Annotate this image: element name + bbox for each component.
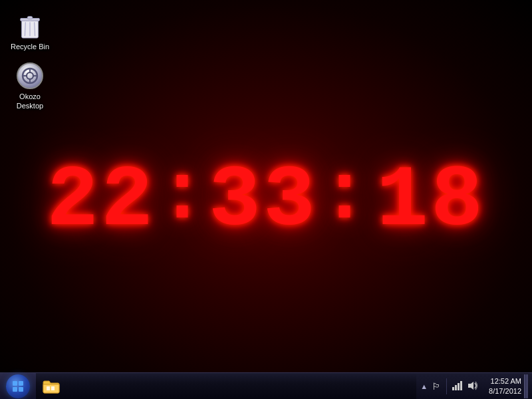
show-desktop-button[interactable] [524,374,528,398]
start-button[interactable] [0,373,36,400]
svg-rect-13 [19,381,23,386]
okozo-desktop-icon[interactable]: Okozo Desktop [6,60,54,114]
okozo-desktop-image [17,63,43,89]
clock-hours: 22 [47,158,156,245]
svg-rect-15 [19,387,23,392]
svg-rect-16 [47,386,50,390]
system-tray-clock[interactable]: 12:52 AM 8/17/2012 [489,376,521,397]
svg-rect-18 [452,387,454,390]
tray-icons-group: 🏳 [430,378,479,394]
system-tray: ▲ 🏳 [416,373,532,399]
svg-point-7 [27,72,33,79]
clock-display: 22 : 33 : 18 [47,158,485,245]
clock-colon-1: : [158,156,206,236]
svg-rect-14 [13,387,17,392]
clock-minutes: 33 [209,158,318,245]
clock-colon-2: : [321,156,368,236]
file-explorer-taskbar-icon[interactable] [39,374,64,399]
clock-seconds: 18 [376,158,485,245]
recycle-bin-image [17,13,43,39]
svg-rect-19 [455,385,457,390]
svg-marker-22 [468,382,473,390]
okozo-desktop-label: Okozo Desktop [17,92,43,111]
tray-separator [446,378,447,394]
svg-rect-5 [27,17,33,19]
network-icon[interactable] [451,380,464,394]
svg-rect-21 [460,381,462,390]
tray-time: 12:52 AM [491,376,521,386]
tray-date: 8/17/2012 [489,386,521,396]
start-orb [6,374,30,398]
svg-rect-12 [13,381,17,386]
action-center-icon[interactable]: 🏳 [430,380,442,393]
svg-rect-20 [458,383,460,390]
recycle-bin-icon[interactable]: Recycle Bin [6,10,54,54]
recycle-bin-label: Recycle Bin [11,42,49,51]
tray-notification-arrow[interactable]: ▲ [420,382,428,390]
taskbar-icons-area [39,373,64,399]
desktop: Recycle Bin Okozo Desktop 22 : 33 [0,0,532,399]
volume-icon[interactable] [466,380,479,394]
svg-rect-17 [51,386,55,390]
taskbar: ▲ 🏳 [0,372,532,399]
